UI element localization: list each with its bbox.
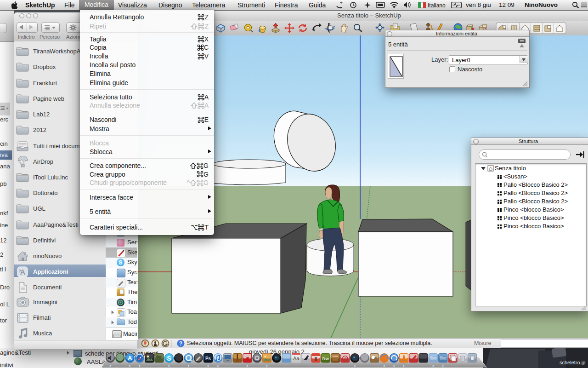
svg-text:S: S (119, 259, 122, 266)
svg-text:?: ? (179, 340, 182, 347)
svg-text:S: S (167, 355, 171, 362)
svg-text:A: A (128, 355, 132, 362)
svg-text:@: @ (343, 356, 347, 361)
svg-text:Ps: Ps (205, 356, 211, 361)
svg-text:Aa: Aa (293, 356, 300, 361)
svg-text:Dw: Dw (322, 356, 329, 361)
svg-text:8: 8 (315, 356, 317, 362)
